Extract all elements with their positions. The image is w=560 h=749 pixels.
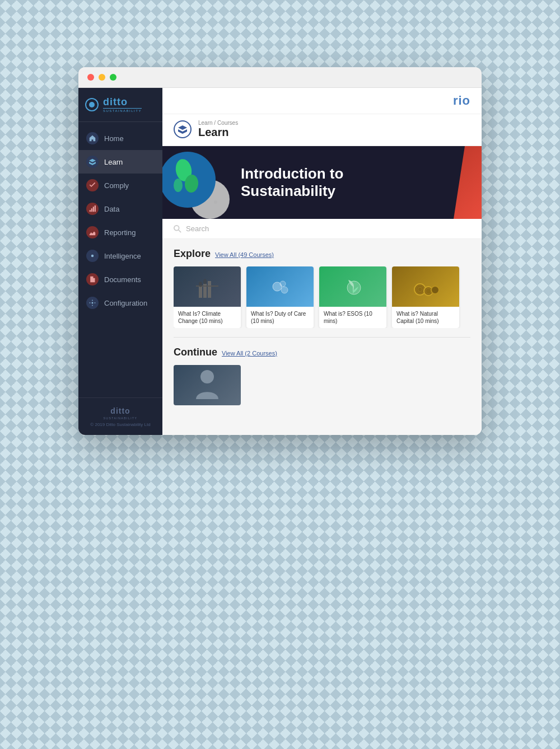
- course-thumb-1: [174, 266, 241, 307]
- hero-title-line1: Introduction to: [241, 165, 459, 182]
- course-name-3: What is? ESOS (10 mins): [324, 310, 382, 325]
- courses-grid: What Is? Climate Change (10 mins): [174, 266, 470, 328]
- svg-rect-13: [208, 281, 211, 298]
- course-info-4: What is? Natural Capital (10 mins): [392, 307, 459, 328]
- course-info-2: What Is? Duty of Care (10 mins): [246, 307, 314, 328]
- sidebar-label-comply: Comply: [104, 181, 129, 190]
- svg-rect-11: [199, 287, 202, 298]
- hero-title-line2: Sustainability: [241, 182, 459, 200]
- app-container: ditto SUSTAINABILITY Home Learn: [78, 88, 482, 435]
- svg-point-18: [280, 281, 286, 287]
- svg-point-0: [91, 255, 94, 258]
- search-icon: [174, 225, 181, 233]
- sidebar-label-data: Data: [104, 205, 119, 213]
- course-info-1: What Is? Climate Change (10 mins): [174, 307, 241, 328]
- svg-point-8: [174, 179, 183, 192]
- svg-point-4: [214, 200, 217, 204]
- course-card-3[interactable]: What is? ESOS (10 mins): [319, 266, 386, 328]
- browser-window: ditto SUSTAINABILITY Home Learn: [78, 67, 482, 435]
- sidebar-item-configuration[interactable]: Configuration: [78, 291, 162, 315]
- svg-point-27: [200, 370, 214, 383]
- sidebar-label-configuration: Configuration: [104, 299, 147, 307]
- continue-view-all[interactable]: View All (2 Courses): [222, 350, 277, 357]
- page-title-area: Learn / Courses Learn: [198, 120, 238, 139]
- sidebar-header: ditto SUSTAINABILITY: [78, 88, 162, 122]
- breadcrumb-item-1: Learn: [198, 120, 213, 126]
- course-card-1[interactable]: What Is? Climate Change (10 mins): [174, 266, 241, 328]
- ditto-logo: ditto SUSTAINABILITY: [103, 97, 142, 113]
- explore-section: Explore View All (49 Courses): [162, 239, 482, 337]
- breadcrumb-item-2: Courses: [217, 120, 238, 126]
- reporting-icon: [86, 226, 99, 238]
- main-content: rio Learn / Courses Learn: [162, 88, 482, 435]
- home-icon: [86, 132, 99, 144]
- svg-point-16: [203, 279, 207, 284]
- continue-section: Continue View All (2 Courses): [162, 338, 482, 414]
- hero-banner: Introduction to Sustainability: [162, 146, 482, 219]
- course-name-2: What Is? Duty of Care (10 mins): [251, 310, 309, 325]
- breadcrumb: Learn / Courses: [198, 120, 238, 126]
- hero-globe-svg: [162, 146, 241, 219]
- hero-title: Introduction to Sustainability: [241, 165, 459, 200]
- sidebar-item-reporting[interactable]: Reporting: [78, 221, 162, 244]
- svg-point-9: [174, 225, 179, 230]
- svg-line-10: [179, 230, 181, 232]
- page-header: Learn / Courses Learn: [162, 114, 482, 146]
- course-name-1: What Is? Climate Change (10 mins): [178, 310, 236, 325]
- configuration-icon: [86, 297, 99, 309]
- search-box[interactable]: Search: [174, 224, 470, 233]
- traffic-light-red[interactable]: [87, 74, 94, 81]
- svg-point-15: [199, 282, 202, 287]
- sidebar-item-documents[interactable]: Documents: [78, 268, 162, 291]
- course-name-4: What is? Natural Capital (10 mins): [396, 310, 455, 325]
- top-header: rio: [162, 88, 482, 114]
- explore-view-all[interactable]: View All (49 Courses): [215, 251, 274, 258]
- course-thumb-2: [246, 266, 314, 307]
- footer-ditto-text: ditto: [110, 406, 130, 415]
- sidebar-nav: Home Learn Comply: [78, 122, 162, 397]
- learn-page-icon: [174, 120, 192, 138]
- sidebar-item-intelligence[interactable]: Intelligence: [78, 244, 162, 268]
- sidebar-footer: ditto SUSTAINABILITY © 2019 Ditto Sustai…: [78, 397, 162, 435]
- ditto-logo-sub: SUSTAINABILITY: [103, 108, 142, 113]
- sidebar-label-reporting: Reporting: [104, 228, 136, 237]
- sidebar-label-documents: Documents: [104, 275, 141, 284]
- browser-chrome: [78, 67, 482, 88]
- continue-title: Continue: [174, 347, 217, 358]
- course-info-3: What is? ESOS (10 mins): [319, 307, 386, 328]
- sidebar-item-comply[interactable]: Comply: [78, 174, 162, 197]
- continue-header: Continue View All (2 Courses): [174, 347, 470, 358]
- sidebar-label-intelligence: Intelligence: [104, 252, 141, 260]
- page-title: Learn: [198, 126, 238, 139]
- course-card-2[interactable]: What Is? Duty of Care (10 mins): [246, 266, 314, 328]
- rio-logo: rio: [453, 93, 470, 108]
- learn-icon: [86, 156, 99, 168]
- explore-title: Explore: [174, 248, 211, 260]
- svg-point-19: [281, 287, 288, 293]
- search-placeholder: Search: [186, 224, 209, 233]
- data-icon: [86, 203, 99, 215]
- ditto-logo-text: ditto: [103, 97, 142, 107]
- svg-point-26: [431, 286, 439, 294]
- documents-icon: [86, 273, 99, 285]
- sidebar-item-home[interactable]: Home: [78, 127, 162, 150]
- course-thumb-3: [319, 266, 386, 307]
- continue-course-thumb[interactable]: [174, 365, 241, 405]
- course-card-4[interactable]: What is? Natural Capital (10 mins): [392, 266, 459, 328]
- traffic-light-green[interactable]: [110, 74, 116, 81]
- footer-copyright: © 2019 Ditto Sustainability Ltd: [86, 422, 155, 427]
- course-thumb-4: [392, 266, 459, 307]
- sidebar-item-data[interactable]: Data: [78, 197, 162, 221]
- footer-logo: ditto SUSTAINABILITY: [86, 406, 155, 420]
- traffic-light-yellow[interactable]: [99, 74, 105, 81]
- comply-icon: [86, 179, 99, 191]
- sidebar-label-learn: Learn: [104, 158, 123, 166]
- sidebar: ditto SUSTAINABILITY Home Learn: [78, 88, 162, 435]
- explore-header: Explore View All (49 Courses): [174, 248, 470, 260]
- sidebar-item-learn[interactable]: Learn: [78, 150, 162, 174]
- hero-text-area: Introduction to Sustainability: [241, 165, 459, 200]
- search-area: Search: [162, 219, 482, 239]
- footer-ditto-sub: SUSTAINABILITY: [86, 416, 155, 420]
- svg-point-1: [92, 302, 94, 304]
- intelligence-icon: [86, 250, 99, 262]
